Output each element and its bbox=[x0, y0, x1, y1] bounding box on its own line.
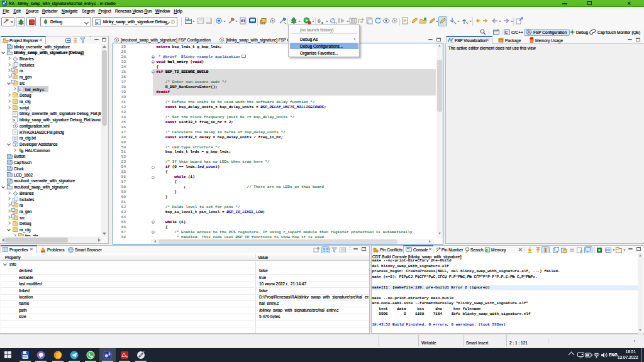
svg-text:01: 01 bbox=[241, 18, 246, 23]
svg-text:0: 0 bbox=[486, 248, 488, 252]
svg-text:2: 2 bbox=[109, 352, 111, 356]
svg-text:?: ? bbox=[14, 142, 17, 146]
svg-text:C: C bbox=[505, 30, 508, 35]
svg-text:e: e bbox=[105, 353, 108, 358]
svg-text:x: x bbox=[13, 118, 15, 122]
svg-text:c: c bbox=[19, 87, 22, 92]
svg-text:0: 0 bbox=[318, 18, 321, 24]
